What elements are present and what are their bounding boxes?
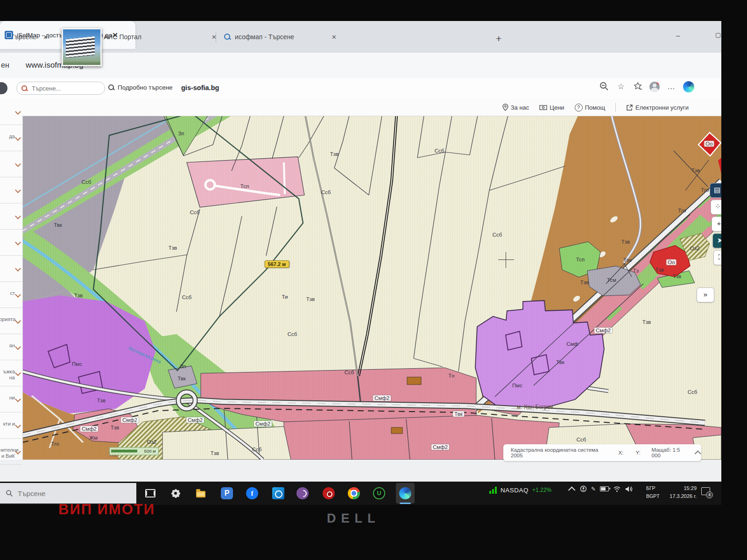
prices-link[interactable]: Цени [539, 104, 564, 111]
new-tab-button[interactable]: + [496, 33, 501, 44]
advanced-search-label: Подробно търсене [118, 84, 173, 91]
about-link[interactable]: За нас [502, 104, 529, 111]
external-link-icon [626, 104, 633, 111]
sidebar-item-2[interactable] [0, 151, 22, 177]
p-app-icon[interactable]: P [219, 486, 234, 501]
favorites-star-icon[interactable]: ☆ [616, 82, 626, 92]
map-scale-value: Мащаб: 1:5 000 [652, 447, 689, 458]
outlook-app-icon[interactable] [271, 486, 286, 501]
gis-sofia-logo[interactable]: gis-sofia.bg [181, 84, 219, 91]
advanced-search-link[interactable]: Подробно търсене [108, 84, 173, 91]
sidebar-item-10[interactable]: ъжка на [0, 360, 22, 386]
prices-label: Цени [550, 104, 564, 111]
collections-icon[interactable] [633, 82, 643, 92]
tray-chevron-icon[interactable] [568, 487, 576, 494]
sidebar-item-label: орията [0, 316, 15, 322]
measurement-tooltip: 567.2 м [265, 260, 289, 268]
edge-app-icon[interactable] [398, 486, 413, 501]
sidebar-item-label: кти и [0, 421, 15, 427]
sidebar-item-label: ни [0, 395, 15, 401]
sidebar-item-9[interactable]: ан [0, 334, 22, 360]
chevron-down-icon [15, 370, 21, 376]
sidebar-item-4[interactable] [0, 203, 22, 230]
stock-name: NASDAQ [500, 487, 529, 494]
zoom-out-icon[interactable] [599, 82, 609, 92]
taskbar-search-box[interactable] [0, 483, 136, 504]
scale-bar-label: 500 м [144, 448, 156, 454]
stock-change: +1.22% [532, 487, 551, 493]
battery-icon[interactable] [600, 486, 609, 491]
sidebar-item-3[interactable] [0, 177, 22, 203]
chevron-down-icon [15, 187, 21, 193]
chevron-down-icon [15, 318, 21, 324]
settings-app-icon[interactable] [168, 486, 183, 501]
help-link[interactable]: ? Помощ [575, 104, 605, 112]
sidebar-item-12[interactable]: кти и [0, 413, 22, 439]
file-explorer-icon[interactable] [193, 486, 208, 501]
chevron-down-icon [15, 239, 21, 245]
about-label: За нас [511, 104, 529, 111]
sidebar-item-7[interactable]: ст [0, 282, 22, 308]
person-tray-icon[interactable] [580, 485, 587, 492]
sidebar-item-label: ст [0, 290, 15, 296]
sidebar-item-label: ан [0, 343, 15, 349]
task-view-button[interactable] [143, 486, 158, 501]
gis-favicon-icon [5, 31, 13, 39]
facebook-app-icon[interactable]: f [245, 486, 260, 501]
search-input[interactable] [31, 84, 98, 92]
tab-title: исофмап - Търсене [235, 33, 294, 41]
sidebar-item-5[interactable] [0, 230, 22, 256]
chrome-app-icon[interactable] [346, 486, 361, 501]
x-coordinate-label: X: [619, 450, 624, 455]
chevron-down-icon [15, 292, 21, 298]
building-image [66, 36, 95, 58]
taskbar-search-input[interactable] [17, 489, 121, 498]
crs-label: Кадастрална координатна система 2005 [511, 447, 606, 458]
sidebar-item-label: да [0, 133, 15, 140]
laptop-photo: - Търсене ✕ АИС Портал ✕ исофмап - Търсе… [0, 0, 747, 560]
browser-logo-icon[interactable] [683, 81, 694, 92]
viber-app-icon[interactable] [295, 486, 310, 501]
restore-button[interactable]: ▢ [715, 31, 721, 38]
close-icon[interactable]: ✕ [43, 34, 48, 41]
minimize-button[interactable]: – [676, 31, 680, 39]
stock-ticker-widget[interactable]: NASDAQ +1.22% [489, 486, 551, 494]
tab-isofmap-search[interactable]: исофмап - Търсене ✕ [224, 28, 337, 46]
stock-chart-icon [489, 486, 497, 494]
notification-center-button[interactable]: 4 [701, 487, 712, 497]
wifi-icon[interactable] [613, 486, 621, 492]
chevron-down-icon [15, 396, 21, 402]
speaker-icon[interactable] [625, 486, 633, 492]
close-icon[interactable]: ✕ [331, 34, 337, 41]
profile-avatar[interactable] [649, 82, 660, 92]
sidebar-item-0[interactable] [0, 99, 22, 125]
url-fragment: ен [1, 61, 9, 70]
uninstaller-app-icon[interactable]: U [372, 486, 387, 501]
sidebar-item-1[interactable]: да [0, 125, 22, 151]
browser-menu-icon[interactable]: … [666, 82, 677, 92]
e-services-link[interactable]: Електронни услуги [626, 104, 689, 111]
sidebar-item-8[interactable]: орията [0, 308, 22, 334]
clock-date: 17.3.2026 г. [665, 492, 697, 500]
collapse-statusbar-icon[interactable] [695, 450, 701, 457]
tab-ais-portal[interactable]: АИС Портал ✕ [104, 28, 217, 46]
map-search-box[interactable] [16, 82, 105, 95]
language-indicator[interactable]: БГР BGPT [646, 484, 660, 500]
address-bar[interactable]: ен www.isofmap.bg [0, 53, 721, 79]
site-avatar[interactable] [0, 82, 7, 94]
laptop-bezel-bottom: ВИП ИМОТИ DELL [0, 505, 747, 560]
search-favicon-icon [224, 34, 231, 41]
red-app-icon[interactable] [321, 486, 336, 501]
sidebar-item-13[interactable]: нителни и ВиК [0, 439, 22, 465]
banknote-icon [539, 105, 547, 111]
taskbar-clock[interactable]: 15:29 17.3.2026 г. [665, 484, 697, 500]
language-line1: БГР [646, 484, 660, 492]
layers-sidebar: дасториятаанъжка наникти инителни и ВиК [0, 99, 23, 460]
expand-panel-button[interactable]: » [697, 287, 714, 302]
sidebar-item-6[interactable] [0, 256, 22, 282]
map-viewport[interactable]: ЗпТзвСсбСсбТспСсбСсбТвкТзвСсбТгоТгоТзвОо… [22, 116, 721, 460]
map-canvas[interactable] [22, 116, 721, 460]
pen-tray-icon[interactable]: ✎ [591, 486, 596, 492]
sidebar-item-11[interactable]: ни [0, 386, 22, 413]
site-header: Подробно търсене gis-sofia.bg ☆ … [0, 78, 721, 99]
